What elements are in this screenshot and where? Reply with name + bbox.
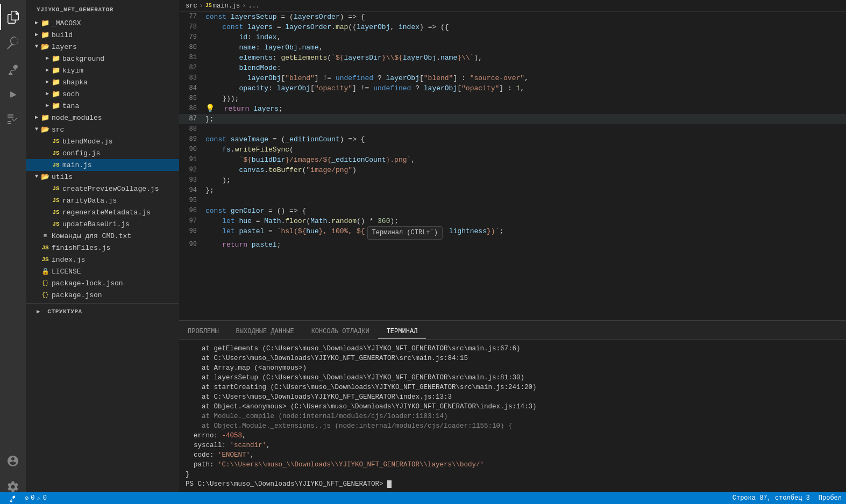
tree-label: regenerateMetadata.js [62,208,151,217]
error-icon: ⊘ [25,494,29,502]
status-encoding[interactable]: Пробел [814,492,846,504]
tree-label: updateBaseUri.js [62,220,130,228]
tree-label: src [52,126,64,134]
tab-problems[interactable]: ПРОБЛЕМЫ [179,325,228,339]
line-content: })); [203,93,239,104]
line-content: blendMode: [203,63,281,73]
tree-label: blendMode.js [62,138,113,146]
tree-label: Команды для CMD.txt [52,232,131,240]
status-right: Строка 87, столбец 3 Пробел [728,492,846,504]
line-content: ); [203,175,231,185]
code-line-89: 89 const saveImage = (_editionCount) => … [179,134,846,145]
sidebar-item-MACOSX[interactable]: ▶ 📁 _MACOSX [26,17,179,29]
search-icon[interactable] [0,30,26,56]
status-position[interactable]: Строка 87, столбец 3 [728,492,814,504]
status-git[interactable] [4,492,20,504]
collapse-arrow: ▶ [43,54,52,63]
line-content: const layersSetup = (layersOrder) => { [203,12,365,22]
status-errors[interactable]: ⊘ 0 ⚠ 0 [20,492,51,504]
breadcrumb-file: main.js [213,2,240,10]
sidebar-item-LICENSE[interactable]: ▶ 🔒 LICENSE [26,265,179,277]
sidebar-item-createPreviewCollage[interactable]: ▶ JS createPreviewCollage.js [26,183,179,195]
tab-output[interactable]: ВЫХОДНЫЕ ДАННЫЕ [228,325,303,339]
code-line-78: 78 const layers = layersOrder.map((layer… [179,22,846,32]
terminal-line: at C:\Users\muso_\Downloads\YJIYKO_NFT_G… [186,392,840,402]
line-number: 79 [179,32,203,42]
line-content: }; [203,114,214,124]
line-number: 99 [179,240,203,250]
sidebar-item-package-lock[interactable]: ▶ {} package-lock.json [26,277,179,289]
folder-icon: 📁 [52,102,60,110]
sidebar-item-build[interactable]: ▶ 📁 build [26,29,179,41]
sidebar-item-config[interactable]: ▶ JS config.js [26,147,179,159]
code-editor[interactable]: 77 const layersSetup = (layersOrder) => … [179,12,846,320]
tab-terminal[interactable]: ТЕРМИНАЛ [378,325,426,339]
txt-file-icon: ≡ [41,232,49,240]
terminal-panel: ПРОБЛЕМЫ ВЫХОДНЫЕ ДАННЫЕ КОНСОЛЬ ОТЛАДКИ… [179,320,846,492]
sidebar-item-package[interactable]: ▶ {} package.json [26,289,179,301]
lightbulb-icon[interactable]: 💡 [205,104,215,113]
line-content: layerObj["blend"] != undefined ? layerOb… [203,73,529,83]
tab-debug-console[interactable]: КОНСОЛЬ ОТЛАДКИ [303,325,378,339]
code-line-85: 85 })); [179,93,846,104]
sidebar-item-regenerateMetadata[interactable]: ▶ JS regenerateMetadata.js [26,206,179,218]
line-number: 86 [179,104,203,114]
collapse-arrow: ▶ [32,113,41,122]
source-control-icon[interactable] [0,56,26,82]
main-editor-area: src › JS main.js › ... 77 const layersSe… [179,0,846,492]
breadcrumb-js-icon: JS [205,3,212,9]
collapse-arrow: ▶ [43,66,52,75]
sidebar-item-rarityData[interactable]: ▶ JS rarityData.js [26,195,179,206]
js-file-icon: JS [52,220,60,228]
collapse-arrow: ▼ [32,42,41,51]
code-line-88: 88 [179,124,846,134]
sidebar-item-finishFiles[interactable]: ▶ JS finishFiles.js [26,242,179,254]
sidebar-item-commands[interactable]: ▶ ≡ Команды для CMD.txt [26,230,179,242]
terminal-line: at Object.Module._extensions..js (node:i… [186,421,840,431]
folder-icon: 📁 [52,54,60,63]
sidebar-item-utils[interactable]: ▼ 📂 utils [26,171,179,183]
sidebar-item-kiyim[interactable]: ▶ 📁 kiyim [26,64,179,76]
line-content: `${buildDir}/images/${_editionCount}.png… [203,155,415,165]
code-line-99: 99 return pastel; [179,240,846,250]
collapse-arrow: ▶ [32,19,41,27]
line-number: 96 [179,206,203,216]
line-number: 91 [179,155,203,165]
tree-label: package.json [52,291,102,299]
sidebar-item-tana[interactable]: ▶ 📁 tana [26,100,179,112]
sidebar-item-updateBaseUri[interactable]: ▶ JS updateBaseUri.js [26,218,179,230]
status-bar: ⊘ 0 ⚠ 0 Строка 87, столбец 3 Пробел [0,492,846,504]
sidebar-item-shapka[interactable]: ▶ 📁 shapka [26,76,179,88]
sidebar-item-background[interactable]: ▶ 📁 background [26,53,179,64]
lock-file-icon: 🔒 [41,267,49,276]
line-number: 80 [179,42,203,53]
account-icon[interactable] [0,448,26,474]
run-debug-icon[interactable] [0,82,26,107]
sidebar-item-soch[interactable]: ▶ 📁 soch [26,88,179,100]
terminal-output[interactable]: at getElements (C:\Users\muso_\Downloads… [179,340,846,492]
extensions-icon[interactable] [0,107,26,133]
collapse-arrow: ▼ [32,125,41,134]
code-line-90: 90 fs.writeFileSync( [179,145,846,155]
folder-icon: 📁 [41,31,49,39]
line-number: 97 [179,216,203,226]
sidebar-item-index[interactable]: ▶ JS index.js [26,254,179,265]
line-number: 85 [179,93,203,104]
terminal-line: at Array.map (<anonymous>) [186,363,840,373]
sidebar-item-src[interactable]: ▼ 📂 src [26,124,179,135]
sidebar-item-layers[interactable]: ▼ 📂 layers [26,41,179,53]
terminal-line: at Module._compile (node:internal/module… [186,412,840,421]
tree-label: rarityData.js [62,197,117,205]
code-line-87: 87 }; [179,114,846,124]
error-count: 0 [31,494,34,502]
breadcrumb: src › JS main.js › ... [179,0,846,12]
sidebar-item-blendMode[interactable]: ▶ JS blendMode.js [26,135,179,147]
sidebar-item-node_modules[interactable]: ▶ 📁 node_modules [26,112,179,124]
line-content: fs.writeFileSync( [203,145,294,155]
collapse-arrow: ▶ [43,102,52,110]
sidebar-item-main[interactable]: ▶ JS main.js [26,159,179,171]
folder-icon: 📁 [52,66,60,75]
explorer-icon[interactable] [0,4,26,30]
code-line-84: 84 opacity: layerObj["opacity"] != undef… [179,83,846,93]
line-number: 84 [179,83,203,93]
